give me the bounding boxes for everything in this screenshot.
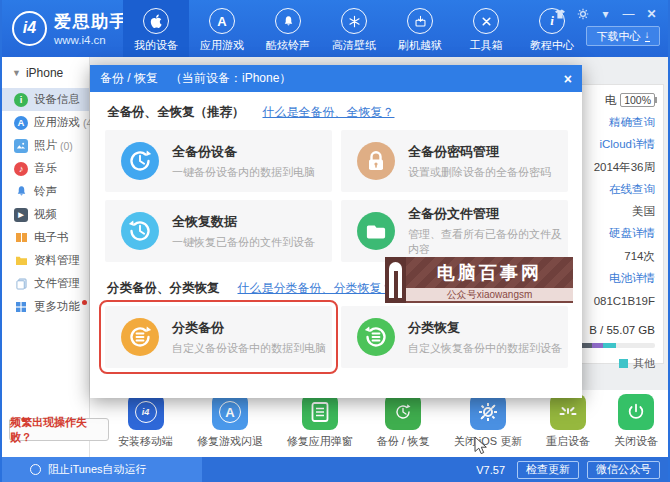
backup-file-manager-card[interactable]: 全备份文件管理 管理、查看所有已备份的文件及内容 [341,200,568,262]
dialog-close-icon[interactable]: × [564,72,572,86]
video-icon: ▶ [14,208,28,222]
category-backup-icon [121,318,159,356]
dialog-header: 备份 / 恢复 （当前设备：iPhone） × [90,65,582,92]
bell-icon [14,185,28,199]
sidebar-item-ebooks[interactable]: 电子书 [2,226,89,249]
quick-action-disable-ios-update[interactable]: 关闭 iOS 更新 [454,394,522,449]
nav-apps-games[interactable]: A 应用游戏 [189,0,255,57]
battery-indicator: 100% [620,93,655,107]
bell-icon [275,8,301,34]
watermark-subtitle: 公众号xiaowangsm [406,288,573,303]
watermark-title: 电脑百事网 [406,257,573,288]
category-backup-section-title: 分类备份、分类恢复 [107,280,220,297]
charge-count-value: 714次 [624,249,655,264]
sidebar-device-header[interactable]: ▼ iPhone [2,57,89,88]
i4-assistant-window: i4 爱思助手 www.i4.cn 我的设备 A 应用游戏 酷炫铃声 [0,0,670,482]
nav-label: 酷炫铃声 [266,38,310,53]
main-nav: 我的设备 A 应用游戏 酷炫铃声 高清壁纸 [123,0,585,57]
itunes-toggle-label: 阻止iTunes自动运行 [48,462,147,477]
app-logo: i4 爱思助手 www.i4.cn [12,10,128,46]
version-label: V7.57 [476,464,505,476]
full-backup-card[interactable]: 全备份设备 一键备份设备内的数据到电脑 [105,130,332,192]
folder-icon [14,254,28,268]
backup-password-card[interactable]: 全备份密码管理 设置或删除设备的全备份密码 [341,130,568,192]
toolbox-icon [473,8,499,34]
backup-restore-dialog: 备份 / 恢复 （当前设备：iPhone） × 全备份、全恢复（推荐） 什么是全… [90,65,582,398]
quick-action-fix-game-crash[interactable]: A 修复游戏闪退 [197,394,263,449]
download-center-label: 下载中心 [597,29,641,44]
sidebar-item-music[interactable]: ♪ 音乐 [2,157,89,180]
storage-legend-label: 其他 [633,356,655,371]
sidebar-item-more-features[interactable]: 更多功能 [2,295,89,318]
sidebar-item-videos[interactable]: ▶ 视频 [2,203,89,226]
sidebar-item-apps[interactable]: A 应用游戏 (4) [2,111,89,134]
check-update-button[interactable]: 检查更新 [517,461,579,479]
mouse-cursor [474,436,487,455]
sidebar-item-file-management[interactable]: 文件管理 [2,272,89,295]
icloud-details-link[interactable]: iCloud详情 [599,137,655,152]
quick-actions-row: i4 安装移动端 A 修复游戏闪退 修复应用弹窗 备份 / 恢复 [118,394,658,449]
power-off-icon [618,394,654,430]
fix-game-crash-icon: A [212,394,248,430]
flash-jailbreak-icon [407,8,433,34]
nav-wallpapers[interactable]: 高清壁纸 [321,0,387,57]
dialog-title: 备份 / 恢复 （当前设备：iPhone） [100,70,291,87]
itunes-toggle-radio[interactable] [30,464,41,475]
nav-label: 刷机越狱 [398,38,442,53]
production-week-value: 2014年36周 [594,160,655,175]
serial-number-value: 081C1B19F [594,295,655,307]
minimize-icon[interactable]: — [622,7,635,20]
wechat-official-button[interactable]: 微信公众号 [587,461,660,479]
nav-ringtones[interactable]: 酷炫铃声 [255,0,321,57]
fix-app-popup-icon [302,394,338,430]
apple-icon [143,8,169,34]
disk-details-link[interactable]: 硬盘详情 [609,226,655,241]
sidebar-item-ringtones[interactable]: 铃声 [2,180,89,203]
device-name: iPhone [26,66,63,80]
nav-label: 应用游戏 [200,38,244,53]
battery-details-link[interactable]: 电池详情 [609,271,655,286]
precise-query-link[interactable]: 精确查询 [609,115,655,130]
operation-failure-help-button[interactable]: 频繁出现操作失败？ [9,418,109,441]
i4-logo-icon: i4 [12,11,47,46]
full-restore-card[interactable]: 全恢复数据 一键恢复已备份的文件到设备 [105,200,332,262]
quick-action-reboot[interactable]: 重启设备 [546,394,590,449]
category-restore-icon [357,318,395,356]
online-query-link[interactable]: 在线查询 [609,182,655,197]
i4-mobile-icon: i4 [128,394,164,430]
backup-password-lock-icon [357,142,395,180]
sidebar-item-device-info[interactable]: i 设备信息 [2,88,89,111]
device-sidebar: ▼ iPhone i 设备信息 A 应用游戏 (4) 照片 (0) ♪ 音乐 [2,57,90,457]
settings-gear-icon[interactable] [576,7,589,20]
sidebar-item-photos[interactable]: 照片 (0) [2,134,89,157]
status-bar: 阻止iTunes自动运行 V7.57 检查更新 微信公众号 [2,457,668,482]
sidebar-item-data-management[interactable]: 资料管理 [2,249,89,272]
ebook-icon [14,231,28,245]
nav-flash-jailbreak[interactable]: 刷机越狱 [387,0,453,57]
download-center-button[interactable]: 下载中心 ↓ [586,26,660,46]
quick-action-fix-app-popup[interactable]: 修复应用弹窗 [287,394,353,449]
full-backup-section-title: 全备份、全恢复（推荐） [107,104,245,121]
nav-toolbox[interactable]: 工具箱 [453,0,519,57]
quick-action-install-mobile[interactable]: i4 安装移动端 [118,394,173,449]
what-is-full-backup-link[interactable]: 什么是全备份、全恢复？ [263,104,395,121]
appstore-icon: A [14,116,28,130]
category-backup-card[interactable]: 分类备份 自定义备份设备中的数据到电脑 [105,306,332,368]
brand-site: www.i4.cn [54,34,128,46]
nav-my-device[interactable]: 我的设备 [123,0,189,57]
music-icon: ♪ [14,162,28,176]
window-controls: ▾ — ✕ [553,7,658,20]
dropdown-icon[interactable]: ▾ [599,7,612,20]
quick-action-power-off[interactable]: 关闭设备 [614,394,658,449]
watermark-logo [385,257,406,303]
what-is-category-backup-link[interactable]: 什么是分类备份、分类恢复？ [238,280,394,297]
quick-action-backup-restore[interactable]: 备份 / 恢复 [377,394,430,449]
file-icon [14,277,28,291]
storage-legend-swatch [619,359,628,368]
close-icon[interactable]: ✕ [645,7,658,20]
category-restore-card[interactable]: 分类恢复 自定义恢复备份中的数据到设备 [341,306,568,368]
brand-name: 爱思助手 [54,10,128,33]
full-restore-icon [121,212,159,250]
nav-label: 工具箱 [470,38,503,53]
theme-icon[interactable] [553,7,566,20]
